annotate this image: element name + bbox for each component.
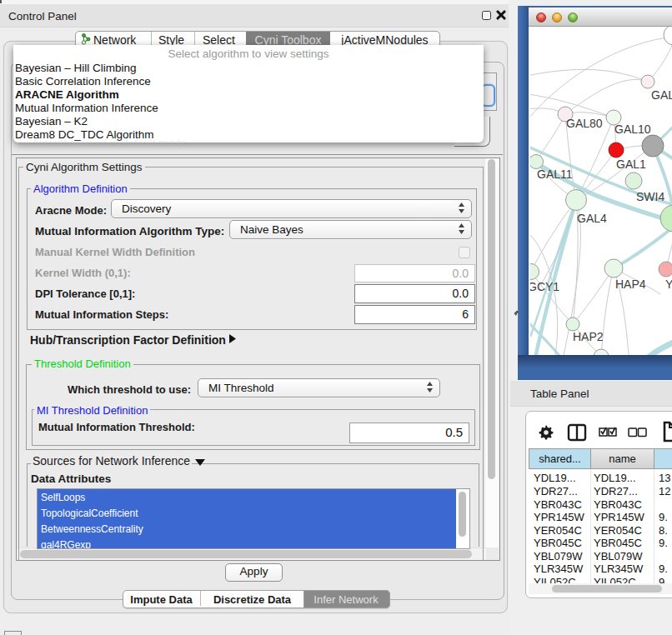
svg-text:GAL: GAL	[651, 88, 672, 102]
svg-text:GAL4: GAL4	[577, 212, 607, 225]
svg-text:Y: Y	[665, 278, 672, 291]
svg-text:GCY1: GCY1	[530, 280, 559, 293]
svg-text:GAL80: GAL80	[566, 117, 603, 130]
svg-text:GAL11: GAL11	[537, 168, 573, 181]
svg-text:SWI4: SWI4	[636, 190, 664, 203]
svg-text:HAP2: HAP2	[573, 330, 604, 343]
svg-text:HAP4: HAP4	[615, 278, 646, 291]
svg-text:GAL10: GAL10	[614, 122, 651, 136]
svg-text:GAL1: GAL1	[616, 158, 646, 171]
